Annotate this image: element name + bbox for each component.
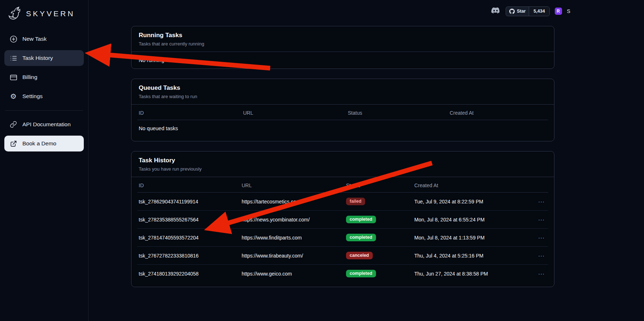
task-id: tsk_278629043741199914	[137, 194, 240, 210]
row-actions-button[interactable]: ···	[536, 198, 547, 205]
history-table-body: tsk_278629043741199914 https://tartecosm…	[137, 193, 548, 282]
row-actions-button[interactable]: ···	[536, 216, 547, 223]
task-url: https://tartecosmetics.com	[240, 194, 345, 210]
status-badge: completed	[346, 216, 376, 223]
column-header-status: Status	[346, 106, 448, 120]
credit-card-icon	[9, 73, 17, 81]
sidebar-item-label: New Task	[22, 36, 47, 42]
table-header-row: ID URL Status Created At	[137, 179, 548, 193]
running-tasks-header: Running Tasks Tasks that are currently r…	[131, 26, 554, 52]
plus-circle-icon	[9, 35, 17, 43]
card-title: Running Tasks	[139, 32, 547, 39]
sidebar-item-label: Book a Demo	[22, 140, 56, 147]
column-header-actions	[532, 179, 548, 192]
card-title: Queued Tasks	[139, 84, 547, 92]
github-star-count: 5,434	[529, 7, 549, 16]
table-header-row: ID URL Status Created At	[137, 106, 548, 120]
task-created-at: Mon, Jul 8, 2024 at 6:55:24 PM	[413, 212, 532, 228]
sidebar-divider	[5, 110, 83, 111]
queued-tasks-empty: No queued tasks	[137, 120, 548, 137]
skyvern-dragon-icon	[8, 6, 22, 22]
list-icon	[9, 54, 17, 62]
table-row[interactable]: tsk_278147405593572204 https://www.findi…	[137, 229, 548, 247]
avatar[interactable]: R	[555, 8, 562, 15]
task-url: https://www.finditparts.com	[240, 230, 345, 246]
github-star-button[interactable]: Star 5,434	[506, 6, 550, 16]
task-id: tsk_274180139292204058	[137, 266, 240, 282]
table-row[interactable]: tsk_278235388555267564 https://news.ycom…	[137, 211, 548, 229]
task-url: https://www.tirabeauty.com/	[240, 248, 345, 264]
sidebar-item-book-a-demo[interactable]: Book a Demo	[4, 136, 84, 151]
brand-logo: SKYVERN	[4, 0, 84, 27]
sidebar-item-billing[interactable]: Billing	[4, 69, 84, 85]
queued-tasks-table: ID URL Status Created At No queued tasks	[137, 106, 548, 137]
discord-icon	[491, 10, 500, 16]
sidebar-item-new-task[interactable]: New Task	[4, 31, 84, 47]
sidebar-item-task-history[interactable]: Task History	[4, 50, 84, 66]
main-content: Running Tasks Tasks that are currently r…	[88, 0, 644, 287]
card-subtitle: Tasks that are currently running	[139, 41, 547, 47]
column-header-id: ID	[137, 106, 242, 120]
card-subtitle: Tasks you have run previously	[139, 166, 547, 172]
queued-tasks-header: Queued Tasks Tasks that are waiting to r…	[131, 79, 554, 105]
running-tasks-empty: No running tasks	[131, 52, 554, 69]
table-row[interactable]: tsk_278629043741199914 https://tartecosm…	[137, 193, 548, 211]
card-subtitle: Tasks that are waiting to run	[139, 94, 547, 99]
status-badge: completed	[346, 234, 376, 241]
table-row[interactable]: tsk_274180139292204058 https://www.geico…	[137, 265, 548, 282]
task-created-at: Thu, Jul 4, 2024 at 5:25:16 PM	[413, 248, 532, 264]
running-tasks-card: Running Tasks Tasks that are currently r…	[131, 26, 554, 69]
task-id: tsk_278235388555267564	[137, 212, 240, 228]
github-star-label: Star	[517, 9, 526, 14]
status-badge: completed	[346, 270, 376, 277]
column-header-status: Status	[345, 179, 413, 192]
column-header-url: URL	[242, 106, 346, 120]
github-icon	[509, 9, 515, 14]
table-row[interactable]: tsk_276727822333810816 https://www.tirab…	[137, 247, 548, 265]
sidebar-item-settings[interactable]: ⚙ Settings	[4, 88, 84, 104]
sidebar-item-label: Billing	[22, 74, 37, 80]
link-icon	[9, 120, 17, 128]
column-header-id: ID	[137, 179, 240, 192]
brand-name: SKYVERN	[26, 9, 75, 18]
row-actions-button[interactable]: ···	[536, 270, 547, 277]
card-title: Task History	[139, 157, 547, 164]
sidebar-item-label: API Documentation	[22, 121, 71, 128]
sidebar-nav: New Task Task History Billing ⚙ Settings	[4, 31, 84, 155]
task-history-card: Task History Tasks you have run previous…	[131, 151, 554, 287]
sidebar: SKYVERN New Task Task History	[0, 0, 88, 321]
queued-tasks-card: Queued Tasks Tasks that are waiting to r…	[131, 79, 554, 141]
task-url: https://news.ycombinator.com/	[240, 212, 345, 228]
sidebar-item-label: Settings	[22, 93, 43, 100]
task-created-at: Tue, Jul 9, 2024 at 8:22:59 PM	[413, 194, 532, 210]
sidebar-item-label: Task History	[22, 55, 53, 61]
task-id: tsk_276727822333810816	[137, 248, 240, 264]
gear-icon: ⚙	[9, 92, 17, 100]
task-created-at: Mon, Jul 8, 2024 at 1:13:59 PM	[413, 230, 532, 246]
column-header-created-at: Created At	[413, 179, 532, 192]
column-header-created-at: Created At	[448, 106, 548, 120]
sidebar-item-api-documentation[interactable]: API Documentation	[4, 116, 84, 132]
task-history-table: ID URL Status Created At tsk_27862904374…	[137, 179, 548, 282]
status-badge: failed	[346, 198, 365, 205]
row-actions-button[interactable]: ···	[536, 252, 547, 259]
task-url: https://www.geico.com	[240, 266, 345, 282]
task-created-at: Thu, Jun 27, 2024 at 8:38:58 PM	[413, 266, 532, 282]
topbar: Star 5,434 R S	[490, 5, 570, 17]
row-actions-button[interactable]: ···	[536, 234, 547, 241]
column-header-url: URL	[240, 179, 345, 192]
task-history-header: Task History Tasks you have run previous…	[131, 151, 554, 177]
username-partial: S	[567, 8, 570, 14]
status-badge: canceled	[346, 252, 373, 259]
external-link-icon	[9, 140, 17, 148]
discord-button[interactable]	[490, 7, 501, 15]
task-id: tsk_278147405593572204	[137, 230, 240, 246]
